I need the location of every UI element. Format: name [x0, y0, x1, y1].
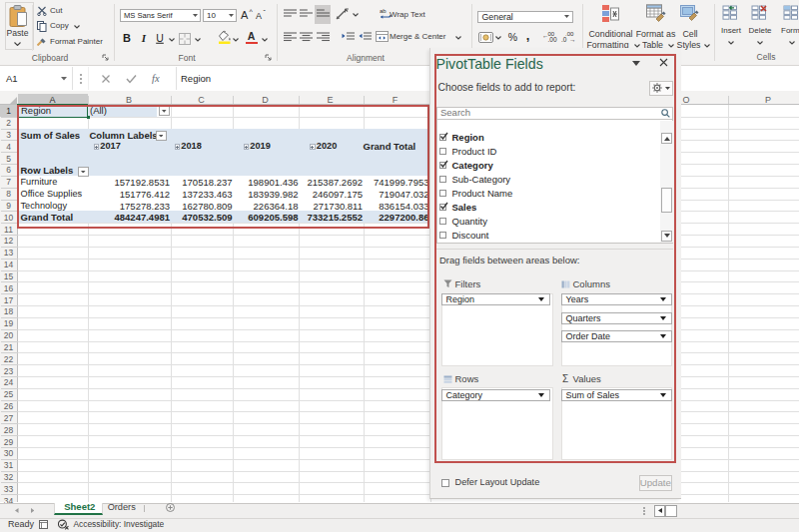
- svg-text:ab: ab: [380, 8, 387, 14]
- svg-text:.0: .0: [561, 36, 567, 43]
- svg-text:.00: .00: [565, 31, 574, 37]
- svg-text:00: 00: [548, 31, 555, 37]
- svg-text:.00: .00: [548, 36, 557, 43]
- svg-text:→: →: [569, 36, 576, 43]
